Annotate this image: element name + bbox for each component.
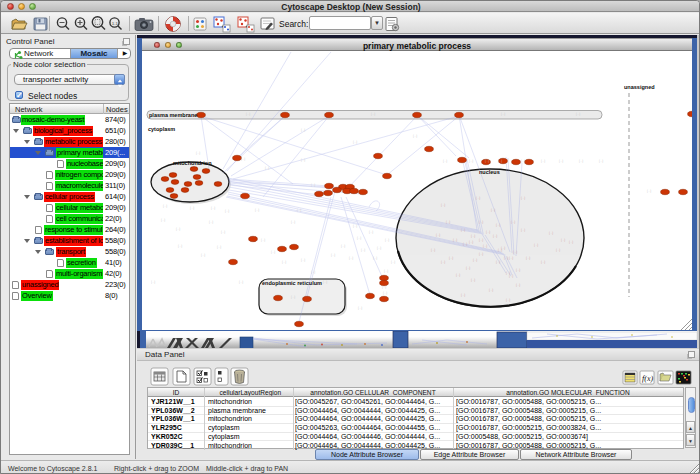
svg-text:[...]: [...] <box>513 250 517 254</box>
svg-text:[...]: [...] <box>469 240 473 244</box>
svg-text:[...]: [...] <box>361 248 365 252</box>
svg-text:[...]: [...] <box>178 244 182 248</box>
svg-text:[...]: [...] <box>357 236 361 240</box>
svg-text:[...]: [...] <box>485 159 489 163</box>
svg-text:[...]: [...] <box>441 203 445 207</box>
svg-text:[...]: [...] <box>504 256 508 260</box>
svg-text:[...]: [...] <box>239 280 243 284</box>
svg-text:[...]: [...] <box>382 285 386 289</box>
svg-text:[...]: [...] <box>486 230 490 234</box>
svg-text:[...]: [...] <box>383 291 387 295</box>
svg-text:[...]: [...] <box>211 206 215 210</box>
svg-text:[...]: [...] <box>461 293 465 297</box>
svg-text:[...]: [...] <box>297 208 301 212</box>
svg-text:[...]: [...] <box>217 245 221 249</box>
svg-text:[...]: [...] <box>385 238 389 242</box>
svg-text:[...]: [...] <box>493 234 497 238</box>
svg-text:[...]: [...] <box>491 208 495 212</box>
svg-text:[...]: [...] <box>496 260 500 264</box>
svg-text:[...]: [...] <box>441 260 445 264</box>
svg-text:[...]: [...] <box>469 159 473 163</box>
svg-text:[...]: [...] <box>483 244 487 248</box>
svg-text:[...]: [...] <box>373 256 377 260</box>
svg-text:[...]: [...] <box>516 268 520 272</box>
svg-text:[...]: [...] <box>161 218 165 222</box>
svg-text:[...]: [...] <box>436 233 440 237</box>
svg-text:[...]: [...] <box>349 256 353 260</box>
svg-text:[...]: [...] <box>501 112 505 116</box>
svg-text:[...]: [...] <box>511 220 515 224</box>
svg-text:[...]: [...] <box>647 189 651 193</box>
svg-text:[...]: [...] <box>221 230 225 234</box>
svg-text:plasma membrane: plasma membrane <box>149 113 197 119</box>
svg-text:[...]: [...] <box>526 256 530 260</box>
svg-text:[...]: [...] <box>456 273 460 277</box>
svg-text:[...]: [...] <box>556 248 560 252</box>
svg-text:[...]: [...] <box>446 220 450 224</box>
svg-text:[...]: [...] <box>201 253 205 257</box>
svg-text:[...]: [...] <box>541 260 545 264</box>
svg-text:[...]: [...] <box>449 256 453 260</box>
svg-text:[...]: [...] <box>471 234 475 238</box>
svg-text:[...]: [...] <box>241 157 245 161</box>
svg-text:1:1: 1:1 <box>112 21 119 26</box>
svg-text:[...]: [...] <box>549 231 553 235</box>
svg-text:[...]: [...] <box>496 223 500 227</box>
svg-text:[...]: [...] <box>282 260 286 264</box>
svg-text:[...]: [...] <box>506 298 510 302</box>
svg-text:[...]: [...] <box>353 224 357 228</box>
svg-text:[...]: [...] <box>599 159 603 163</box>
svg-text:[...]: [...] <box>534 243 538 247</box>
svg-text:[...]: [...] <box>301 158 305 162</box>
svg-text:[...]: [...] <box>431 248 435 252</box>
svg-text:[...]: [...] <box>443 159 447 163</box>
svg-text:[...]: [...] <box>369 230 373 234</box>
svg-text:[...]: [...] <box>521 196 525 200</box>
svg-text:[...]: [...] <box>501 246 505 250</box>
svg-text:[...]: [...] <box>509 274 513 278</box>
svg-text:nucleus: nucleus <box>479 170 500 176</box>
svg-text:[...]: [...] <box>509 256 513 260</box>
svg-text:[...]: [...] <box>391 260 395 264</box>
svg-text:f(x): f(x) <box>642 374 653 383</box>
svg-text:[...]: [...] <box>541 159 545 163</box>
svg-text:[...]: [...] <box>489 288 493 292</box>
svg-text:[...]: [...] <box>561 238 565 242</box>
svg-text:[...]: [...] <box>471 278 475 282</box>
svg-text:[...]: [...] <box>291 295 295 299</box>
svg-text:[...]: [...] <box>255 208 259 212</box>
svg-text:[...]: [...] <box>377 246 381 250</box>
svg-text:[...]: [...] <box>265 166 269 170</box>
svg-text:[...]: [...] <box>466 266 470 270</box>
svg-text:[...]: [...] <box>498 159 502 163</box>
svg-text:[...]: [...] <box>559 159 563 163</box>
svg-text:[...]: [...] <box>358 306 362 310</box>
svg-text:[...]: [...] <box>209 220 213 224</box>
svg-text:[...]: [...] <box>353 140 357 144</box>
svg-text:[...]: [...] <box>311 183 315 187</box>
svg-text:[...]: [...] <box>323 280 327 284</box>
svg-text:[...]: [...] <box>246 112 250 116</box>
svg-text:[...]: [...] <box>341 244 345 248</box>
svg-text:[...]: [...] <box>190 206 194 210</box>
svg-text:unassigned: unassigned <box>624 85 655 91</box>
svg-text:[...]: [...] <box>176 227 180 231</box>
svg-text:[...]: [...] <box>479 238 483 242</box>
svg-text:[...]: [...] <box>479 252 483 256</box>
svg-text:[...]: [...] <box>371 112 375 116</box>
svg-text:[...]: [...] <box>301 128 305 132</box>
svg-text:[...]: [...] <box>521 228 525 232</box>
svg-text:[...]: [...] <box>196 151 200 155</box>
svg-text:[...]: [...] <box>225 209 229 213</box>
svg-text:[...]: [...] <box>311 270 315 274</box>
svg-text:[...]: [...] <box>461 228 465 232</box>
svg-text:[...]: [...] <box>521 159 525 163</box>
svg-text:[...]: [...] <box>331 253 335 257</box>
svg-text:cytoplasm: cytoplasm <box>148 127 175 133</box>
svg-text:[...]: [...] <box>569 240 573 244</box>
svg-text:[...]: [...] <box>413 134 417 138</box>
svg-text:[...]: [...] <box>476 196 480 200</box>
svg-text:[...]: [...] <box>579 159 583 163</box>
svg-text:[...]: [...] <box>463 242 467 246</box>
svg-text:[...]: [...] <box>453 238 457 242</box>
